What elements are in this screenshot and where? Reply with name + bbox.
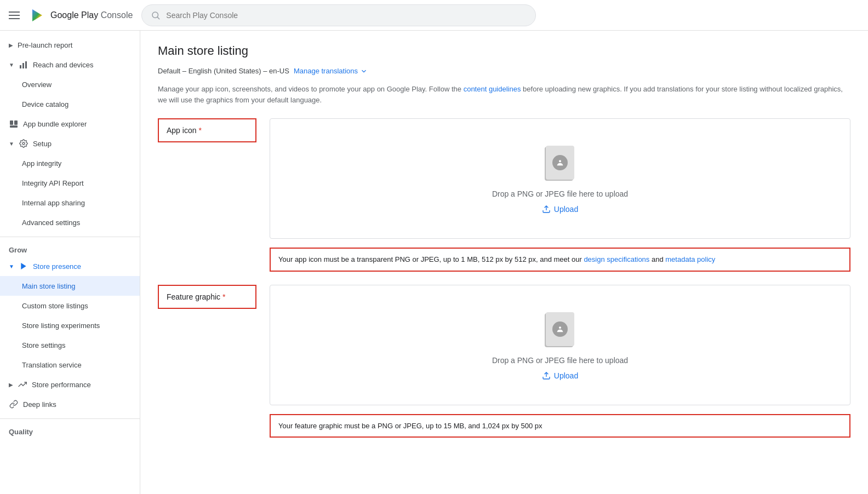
language-bar: Default – English (United States) – en-U… [158, 67, 850, 75]
sidebar-item-integrity-api-report[interactable]: Integrity API Report [0, 173, 140, 193]
search-bar[interactable] [141, 4, 536, 26]
sidebar-item-label: Internal app sharing [22, 199, 85, 207]
sidebar-item-pre-launch-report[interactable]: ▶ Pre-launch report [0, 35, 140, 55]
feature-graphic-drop-text: Drop a PNG or JPEG file here to upload [492, 356, 628, 365]
sidebar-item-label: Store performance [32, 381, 91, 389]
svg-point-14 [559, 326, 561, 329]
upload-icon [542, 205, 551, 214]
sidebar-item-label: App bundle explorer [23, 120, 87, 128]
sidebar-item-label: App integrity [22, 159, 61, 168]
sidebar-item-store-listing-experiments[interactable]: Store listing experiments [0, 315, 140, 335]
feature-graphic-dropzone[interactable]: Drop a PNG or JPEG file here to upload U… [270, 285, 850, 405]
app-icon-section: App icon * [158, 118, 850, 272]
design-specs-link[interactable]: design specifications [584, 255, 649, 263]
sidebar: ▶ Pre-launch report ▼ Reach and devices … [0, 31, 140, 494]
app-icon-label-box: App icon * [158, 118, 256, 142]
sidebar-item-label: Integrity API Report [22, 179, 84, 187]
app-icon-validation-message: Your app icon must be a transparent PNG … [270, 248, 850, 272]
sidebar-divider-2 [0, 418, 140, 419]
feature-graphic-upload-button[interactable]: Upload [542, 371, 578, 380]
feature-upload-placeholder-icon [542, 310, 578, 349]
main-layout: ▶ Pre-launch report ▼ Reach and devices … [0, 31, 868, 494]
page-title: Main store listing [158, 44, 850, 58]
sidebar-item-label: Main store listing [22, 282, 76, 290]
sidebar-item-store-performance[interactable]: ▶ Store performance [0, 375, 140, 394]
sidebar-item-label: Overview [22, 81, 52, 89]
svg-rect-9 [10, 125, 18, 128]
app-icon-dropzone[interactable]: Drop a PNG or JPEG file here to upload U… [270, 118, 850, 239]
sidebar-item-label: Reach and devices [33, 61, 94, 69]
gear-icon [19, 139, 28, 148]
sidebar-item-setup[interactable]: ▼ Setup [0, 134, 140, 153]
grow-section-label: Grow [0, 242, 140, 256]
feature-graphic-label-box: Feature graphic * [158, 285, 256, 309]
sidebar-item-label: Custom store listings [22, 302, 88, 310]
content-guidelines-link[interactable]: content guidelines [464, 85, 521, 93]
svg-point-10 [22, 142, 25, 145]
metadata-policy-link[interactable]: metadata policy [665, 255, 715, 263]
language-label: Default – English (United States) – en-U… [158, 67, 289, 75]
sidebar-divider [0, 237, 140, 237]
info-text: Manage your app icon, screenshots, and v… [158, 84, 850, 105]
sidebar-item-label: Device catalog [22, 100, 68, 108]
quality-section-label: Quality [0, 423, 140, 438]
svg-marker-11 [21, 263, 26, 269]
sidebar-item-label: Store presence [33, 262, 81, 271]
logo-area: Google Play Console [28, 7, 133, 24]
sidebar-item-internal-app-sharing[interactable]: Internal app sharing [0, 193, 140, 212]
chevron-down-icon: ▼ [9, 62, 14, 68]
logo-text: Google Play Console [50, 10, 133, 20]
sidebar-item-custom-store-listings[interactable]: Custom store listings [0, 296, 140, 315]
trending-up-icon [18, 380, 27, 389]
sidebar-item-label: Setup [33, 140, 52, 148]
menu-icon[interactable] [9, 12, 20, 19]
sidebar-item-deep-links[interactable]: Deep links [0, 394, 140, 414]
sidebar-item-translation-service[interactable]: Translation service [0, 355, 140, 375]
sidebar-item-label: Store listing experiments [22, 321, 100, 330]
sidebar-item-label: Deep links [23, 400, 56, 409]
sidebar-item-label: Store settings [22, 341, 66, 349]
sidebar-item-main-store-listing[interactable]: Main store listing [0, 276, 140, 296]
link-icon [9, 399, 19, 409]
svg-rect-5 [22, 63, 24, 68]
app-icon-upload-button[interactable]: Upload [542, 205, 578, 214]
svg-line-3 [158, 17, 159, 19]
sidebar-item-device-catalog[interactable]: Device catalog [0, 94, 140, 114]
app-icon-required: * [198, 126, 201, 135]
manage-translations-button[interactable]: Manage translations [294, 67, 368, 75]
upload-icon [542, 371, 551, 380]
app-icon-drop-text: Drop a PNG or JPEG file here to upload [492, 189, 628, 198]
svg-rect-4 [20, 65, 21, 68]
chevron-right-icon: ▶ [9, 382, 13, 388]
svg-rect-7 [10, 120, 13, 125]
svg-rect-6 [25, 61, 27, 68]
sidebar-item-label: Advanced settings [22, 219, 80, 227]
sidebar-item-reach-and-devices[interactable]: ▼ Reach and devices [0, 55, 140, 74]
google-play-logo [28, 7, 46, 24]
search-icon [151, 10, 161, 20]
search-input[interactable] [166, 11, 527, 20]
sidebar-item-advanced-settings[interactable]: Advanced settings [0, 212, 140, 232]
bar-chart-icon [19, 60, 28, 70]
sidebar-item-overview[interactable]: Overview [0, 74, 140, 94]
bundle-icon [9, 119, 19, 129]
top-header: Google Play Console [0, 0, 868, 31]
sidebar-item-app-bundle-explorer[interactable]: App bundle explorer [0, 114, 140, 134]
content-area: Main store listing Default – English (Un… [140, 31, 868, 494]
app-icon-label: App icon [167, 126, 196, 135]
chevron-right-icon: ▶ [9, 42, 13, 48]
feature-graphic-required: * [222, 292, 225, 301]
feature-graphic-validation-message: Your feature graphic must be a PNG or JP… [270, 414, 850, 438]
sidebar-item-label: Translation service [22, 361, 82, 369]
chevron-down-icon [360, 67, 368, 75]
sidebar-item-app-integrity[interactable]: App integrity [0, 153, 140, 173]
sidebar-item-store-settings[interactable]: Store settings [0, 335, 140, 355]
store-presence-icon [19, 261, 28, 271]
upload-placeholder-icon [542, 143, 578, 183]
feature-graphic-label: Feature graphic [167, 292, 220, 301]
sidebar-item-store-presence[interactable]: ▼ Store presence [0, 256, 140, 276]
sidebar-item-label: Pre-launch report [18, 41, 72, 49]
svg-point-12 [559, 160, 561, 162]
feature-graphic-section: Feature graphic * [158, 285, 850, 438]
svg-rect-8 [14, 120, 18, 125]
